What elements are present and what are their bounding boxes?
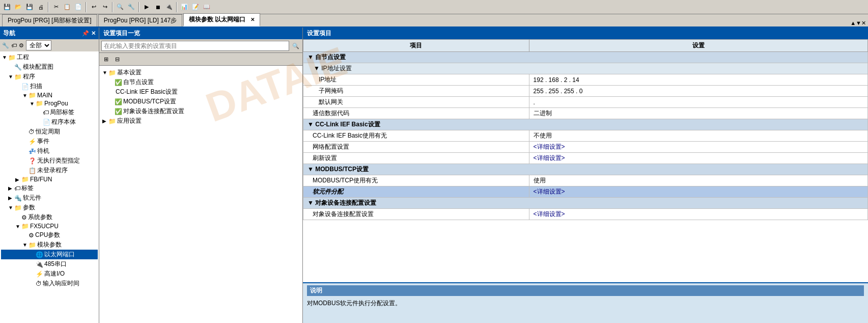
nav-tree-item-periodic[interactable]: ⏱ 恒定周期 bbox=[1, 127, 98, 137]
nav-tree-item-program[interactable]: ▼ 📁 程序 bbox=[1, 72, 98, 82]
settings-tree-item-device-config[interactable]: ✅ 对象设备连接配置设置 bbox=[101, 106, 300, 116]
tree-label: 恒定周期 bbox=[36, 127, 60, 136]
toolbar-stop[interactable]: ⏹ bbox=[153, 2, 163, 12]
toolbar-save[interactable]: 💾 bbox=[24, 2, 35, 12]
window-controls[interactable]: ▲▼✕ bbox=[850, 20, 866, 26]
expand-icon[interactable]: ▼ bbox=[30, 101, 35, 106]
tree-icon: ⏱ bbox=[36, 280, 42, 287]
value-network-config[interactable]: <详细设置> bbox=[529, 142, 867, 153]
value-device-alloc[interactable]: <详细设置> bbox=[529, 186, 867, 198]
toolbar-sep-5 bbox=[176, 2, 177, 12]
value-refresh-settings[interactable]: <详细设置> bbox=[529, 153, 867, 164]
settings-search-input[interactable] bbox=[101, 41, 289, 51]
toolbar-cut[interactable]: ✂ bbox=[51, 2, 61, 12]
toolbar-paste[interactable]: 📄 bbox=[73, 2, 83, 12]
nav-tree-item-notype[interactable]: ❓ 无执行类型指定 bbox=[1, 156, 98, 166]
nav-close-icon[interactable]: ✕ bbox=[91, 30, 96, 37]
nav-tree-item-project[interactable]: ▼ 📁 工程 bbox=[1, 52, 98, 62]
value-modbus-enable[interactable]: 使用 bbox=[529, 175, 867, 186]
row-device-alloc[interactable]: 软元件分配 <详细设置> bbox=[303, 186, 868, 198]
center-toolbar: 🔍 bbox=[99, 39, 302, 53]
toolbar-open[interactable]: 📂 bbox=[13, 2, 23, 12]
tab-ld[interactable]: ProgPou [PRG] [LD] 147步 bbox=[98, 14, 182, 26]
nav-tree-item-485[interactable]: 🔌 485串口 bbox=[1, 259, 98, 269]
tree-label: 自节点设置 bbox=[123, 78, 154, 87]
nav-tree-item-params[interactable]: ▼ 📁 参数 bbox=[1, 203, 98, 212]
item-device-config: 对象设备连接配置设置 bbox=[303, 209, 529, 220]
value-ip-address[interactable]: 192 . 168 . 2 . 14 bbox=[529, 74, 867, 86]
nav-tree-item-cpu-params[interactable]: ⚙ CPU参数 bbox=[1, 230, 98, 240]
settings-tree-item-modbus[interactable]: ✅ MODBUS/TCP设置 bbox=[101, 97, 300, 106]
tree-label: 局部标签 bbox=[50, 108, 74, 117]
toolbar-new[interactable]: 💾 bbox=[2, 2, 12, 12]
nav-tree-item-device[interactable]: ▶ 🔩 软元件 bbox=[1, 193, 98, 203]
nav-tree-item-high-speed[interactable]: ⚡ 高速I/O bbox=[1, 269, 98, 279]
toolbar-undo[interactable]: ↩ bbox=[89, 2, 99, 12]
search-icon[interactable]: 🔍 bbox=[291, 41, 300, 50]
toolbar-run[interactable]: ▶ bbox=[142, 2, 152, 12]
nav-tree-item-standby[interactable]: 💤 待机 bbox=[1, 146, 98, 156]
nav-tree-item-fx5ucpu[interactable]: ▼ 📁 FX5UCPU bbox=[1, 222, 98, 230]
nav-tree-item-event[interactable]: ⚡ 事件 bbox=[1, 137, 98, 146]
settings-tree-item-basic[interactable]: ▼ 📁 基本设置 bbox=[101, 68, 300, 77]
expand-icon[interactable]: ▶ bbox=[8, 185, 13, 191]
expand-icon[interactable]: ▶ bbox=[102, 118, 107, 124]
item-modbus-enable: MODBUS/TCP使用有无 bbox=[303, 175, 529, 186]
expand-icon[interactable]: ▼ bbox=[15, 224, 20, 229]
toolbar-connect[interactable]: 🔌 bbox=[164, 2, 174, 12]
expand-icon[interactable]: ▶ bbox=[15, 177, 20, 182]
center-panel: 设置项目一览 🔍 ⊞ ⊟ ▼ 📁 基本设置 ✅ 自节点设置 bbox=[99, 28, 303, 323]
value-gateway[interactable]: . bbox=[529, 97, 867, 108]
nav-tree-item-main[interactable]: ▼ 📁 MAIN bbox=[1, 91, 98, 99]
toolbar-write[interactable]: 📝 bbox=[190, 2, 201, 12]
tree-label: 事件 bbox=[37, 137, 49, 146]
nav-tree-item-labels[interactable]: ▶ 🏷 标签 bbox=[1, 183, 98, 193]
toolbar-find[interactable]: 🔍 bbox=[115, 2, 125, 12]
nav-tree-item-ethernet[interactable]: 🌐 以太网端口 bbox=[1, 250, 98, 259]
settings-tree-item-cclink[interactable]: CC-Link IEF Basic设置 bbox=[101, 87, 300, 97]
nav-pin-icon[interactable]: 📌 bbox=[82, 30, 89, 37]
settings-tree-item-self-node[interactable]: ✅ 自节点设置 bbox=[101, 77, 300, 87]
tree-label: MODBUS/TCP设置 bbox=[123, 97, 176, 106]
toolbar-copy[interactable]: 📋 bbox=[62, 2, 72, 12]
expand-icon[interactable]: ▼ bbox=[8, 74, 13, 79]
nav-tree-item-fbfun[interactable]: ▶ 📁 FB/FUN bbox=[1, 175, 98, 183]
item-subnet: 子网掩码 bbox=[303, 86, 529, 97]
nav-tree-item-progpou[interactable]: ▼ 📁 ProgPou bbox=[1, 99, 98, 107]
nav-tree-item-scan[interactable]: 📄 扫描 bbox=[1, 82, 98, 91]
toolbar-monitor[interactable]: 📊 bbox=[179, 2, 189, 12]
toolbar-redo[interactable]: ↪ bbox=[100, 2, 110, 12]
nav-tree-item-module-config[interactable]: 🔧 模块配置图 bbox=[1, 62, 98, 72]
toolbar-print[interactable]: 🖨 bbox=[36, 2, 46, 12]
expand-icon[interactable]: ▼ bbox=[102, 70, 107, 75]
nav-tree-item-program-body[interactable]: 📄 程序本体 bbox=[1, 117, 98, 127]
settings-tree-item-app[interactable]: ▶ 📁 应用设置 bbox=[101, 116, 300, 126]
toolbar-settings[interactable]: 🔧 bbox=[126, 2, 136, 12]
main-toolbar: 💾 📂 💾 🖨 ✂ 📋 📄 ↩ ↪ 🔍 🔧 ▶ ⏹ 🔌 📊 📝 📖 bbox=[0, 0, 868, 14]
tree-icon: 📁 bbox=[36, 100, 43, 107]
nav-tree-item-input-response[interactable]: ⏱ 输入响应时间 bbox=[1, 279, 98, 288]
tab-close-icon[interactable]: ✕ bbox=[250, 17, 255, 22]
tree-label: 软元件 bbox=[23, 194, 41, 202]
tree-label: 高速I/O bbox=[44, 270, 65, 278]
collapse-all-icon[interactable]: ⊟ bbox=[113, 55, 122, 64]
nav-tree-item-sys-params[interactable]: ⚙ 系统参数 bbox=[1, 212, 98, 222]
expand-icon[interactable]: ▼ bbox=[8, 205, 13, 210]
value-comm-code[interactable]: 二进制 bbox=[529, 108, 867, 119]
nav-tree-item-local-labels[interactable]: 🏷 局部标签 bbox=[1, 107, 98, 117]
value-device-config[interactable]: <详细设置> bbox=[529, 209, 867, 220]
expand-icon[interactable]: ▼ bbox=[2, 55, 7, 60]
tab-ethernet[interactable]: 模块参数 以太网端口 ✕ bbox=[183, 13, 260, 26]
nav-tree-item-unregistered[interactable]: 📋 未登录程序 bbox=[1, 166, 98, 175]
tab-local-labels[interactable]: ProgPou [PRG] [局部标签设置] bbox=[2, 14, 97, 26]
nav-tree-item-module-params[interactable]: ▼ 📁 模块参数 bbox=[1, 240, 98, 250]
value-subnet[interactable]: 255 . 255 . 255 . 0 bbox=[529, 86, 867, 97]
expand-all-icon[interactable]: ⊞ bbox=[101, 55, 110, 64]
toolbar-sep-4 bbox=[138, 2, 139, 12]
value-cclink-enable[interactable]: 不使用 bbox=[529, 130, 867, 142]
expand-icon[interactable]: ▼ bbox=[22, 242, 27, 248]
nav-filter-select[interactable]: 全部 bbox=[26, 40, 51, 50]
toolbar-read[interactable]: 📖 bbox=[202, 2, 212, 12]
expand-icon[interactable]: ▶ bbox=[8, 195, 13, 201]
expand-icon[interactable]: ▼ bbox=[22, 93, 27, 98]
